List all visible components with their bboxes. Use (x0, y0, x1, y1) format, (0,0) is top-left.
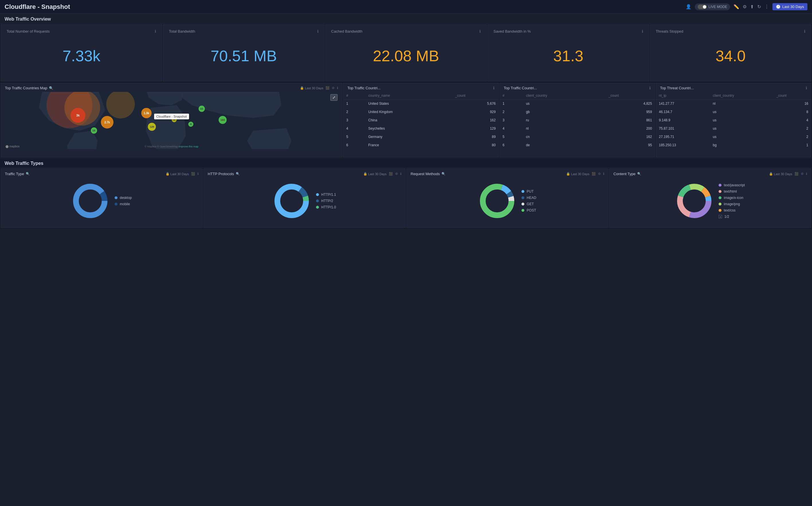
legend-item-desktop: desktop (115, 196, 132, 200)
table-row: 9.148.9us4 (656, 116, 811, 124)
col-num2: # (500, 92, 523, 100)
row-threat-country: us (710, 124, 773, 133)
row-country-name: Seychelles (365, 124, 452, 133)
map-dot-4[interactable]: 4 (172, 117, 177, 122)
legend-dot-post (522, 209, 524, 212)
search-icon-chart2[interactable]: 🔍 (236, 172, 240, 176)
table-row: 185.250.13bg1 (656, 141, 811, 149)
col-num: # (343, 92, 365, 100)
table-row: 1us4,825 (500, 100, 655, 108)
info-icon-c2[interactable]: ℹ (400, 172, 401, 176)
info-icon-c3[interactable]: ℹ (603, 172, 604, 176)
row-num: 5 (500, 133, 523, 141)
metric-saved-bandwidth: Saved Bandwidth in % ℹ 31.3 (487, 24, 649, 82)
col-count2: _count (606, 92, 655, 100)
row-threat-country: us (710, 108, 773, 116)
info-icon-requests[interactable]: ℹ (155, 29, 156, 33)
svg-point-10 (281, 190, 302, 212)
mapbox-credit: © Mapbox © OpenStreetMap Improve this ma… (145, 145, 199, 148)
map-dot-1300[interactable]: 1.3k (141, 108, 151, 118)
row-ip: 27.195.71 (656, 133, 710, 141)
copy-icon[interactable]: ⬛ (326, 86, 330, 90)
col-client-country: client_country (523, 92, 606, 100)
row-count: 861 (606, 116, 655, 124)
chart-traffic-type: Traffic Type 🔍 🔒 Last 30 Days ⬛ ℹ (1, 169, 203, 228)
table-title-countries-ip: Top Traffic Countri... (504, 86, 537, 90)
metric-label-saved: Saved Bandwidth in % ℹ (493, 29, 643, 33)
info-icon-threats[interactable]: ℹ (804, 29, 805, 33)
map-dot-2700[interactable]: 2.7k (101, 116, 114, 129)
map-container[interactable]: 3k 2.7k 1.3k 10 4 6 183 129 18 ⤢ Cloudfl… (3, 92, 340, 149)
map-title: Top Traffic Countries Map 🔍 (5, 86, 53, 90)
live-mode-toggle[interactable]: LIVE MODE (695, 3, 730, 10)
info-icon-c4[interactable]: ℹ (806, 172, 807, 176)
user-icon[interactable]: 👤 (686, 4, 691, 9)
info-icon-saved[interactable]: ℹ (642, 29, 643, 33)
more-icon[interactable]: ⋮ (764, 4, 769, 9)
legend-dot-get (522, 202, 524, 205)
row-client-country: ru (523, 116, 606, 124)
legend-item-http2: HTTP/2 (316, 199, 336, 203)
table-row: 1United States5,676 (343, 100, 498, 108)
copy-icon-c1[interactable]: ⬛ (191, 172, 195, 176)
row-count: 129 (453, 124, 498, 133)
table-row: 2gb959 (500, 108, 655, 116)
chart-request-methods: Request Methods 🔍 🔒 Last 30 Days ⬛ ⚙ ℹ (406, 169, 609, 228)
map-expand-button[interactable]: ⤢ (330, 94, 338, 101)
map-dot-3k[interactable]: 3k (70, 108, 85, 123)
toggle-switch[interactable] (698, 5, 707, 9)
middle-row: Top Traffic Countries Map 🔍 🔒 Last 30 Da… (0, 82, 812, 158)
page-title: Cloudflare - Snapshot (5, 3, 70, 11)
clock-icon: 🕐 (776, 5, 781, 9)
row-country-name: Germany (365, 133, 452, 141)
share-icon[interactable]: ⬆ (750, 4, 754, 9)
legend-dot-desktop (115, 196, 118, 199)
info-icon-map[interactable]: ℹ (337, 86, 338, 90)
row-client-country: gb (523, 108, 606, 116)
chart4-controls: 🔒 Last 30 Days ⬛ ⚙ ℹ (769, 172, 807, 176)
metric-value-threats: 34.0 (656, 36, 805, 76)
map-dot-18[interactable]: 18 (91, 128, 97, 134)
filter-icon[interactable]: ⚙ (743, 4, 747, 9)
time-range-button[interactable]: 🕐 Last 30 Days (772, 3, 807, 10)
map-dot-10[interactable]: 10 (199, 106, 205, 112)
legend-http: HTTP/1.1 HTTP/2 HTTP/1.0 (316, 193, 336, 209)
copy-icon-c3[interactable]: ⬛ (592, 172, 596, 176)
row-threat-country: bg (710, 141, 773, 149)
edit-icon[interactable]: ✏️ (734, 4, 739, 9)
info-icon-bandwidth[interactable]: ℹ (317, 29, 319, 33)
countries-name-table: # country_name _count 1United States5,67… (343, 92, 498, 149)
copy-icon-c2[interactable]: ⬛ (389, 172, 393, 176)
app-header: Cloudflare - Snapshot 👤 LIVE MODE ✏️ ⚙ ⬆… (0, 0, 812, 14)
search-icon-chart3[interactable]: 🔍 (442, 172, 446, 176)
legend-dot-http10 (316, 206, 319, 208)
row-ip: 185.250.13 (656, 141, 710, 149)
table-row: 75.87.101us2 (656, 124, 811, 133)
legend-item-put: PUT (522, 189, 536, 193)
legend-expand-icon[interactable]: ▲ (719, 215, 722, 219)
row-count: 80 (453, 141, 498, 149)
row-ip: 141.27.77 (656, 100, 710, 108)
info-icon-table3[interactable]: ℹ (806, 86, 807, 90)
filter-icon-c2[interactable]: ⚙ (395, 172, 398, 176)
info-icon-c1[interactable]: ℹ (197, 172, 199, 176)
refresh-icon[interactable]: ↻ (757, 4, 761, 9)
search-icon[interactable]: 🔍 (49, 86, 53, 90)
donut-area-traffic-type: desktop mobile (1, 178, 203, 224)
mapbox-logo: ⬤ mapbox (5, 145, 19, 148)
info-icon-table1[interactable]: ℹ (493, 86, 494, 90)
search-icon-chart1[interactable]: 🔍 (26, 172, 30, 176)
info-icon-cached[interactable]: ℹ (479, 29, 481, 33)
filter-icon-c4[interactable]: ⚙ (801, 172, 804, 176)
threats-table: nt_ip client_country _count 141.27.77nl1… (656, 92, 811, 149)
row-country-name: United Kingdom (365, 108, 452, 116)
row-num: 6 (500, 141, 523, 149)
copy-icon-c4[interactable]: ⬛ (795, 172, 799, 176)
info-icon-table2[interactable]: ℹ (649, 86, 651, 90)
filter-icon-c3[interactable]: ⚙ (598, 172, 601, 176)
search-icon-chart4[interactable]: 🔍 (637, 172, 641, 176)
metric-label-bandwidth: Total Bandwidth ℹ (169, 29, 318, 33)
metric-label-cached: Cached Bandwidth ℹ (331, 29, 481, 33)
filter-icon-map[interactable]: ⚙ (332, 86, 335, 90)
chart1-time: 🔒 Last 30 Days (165, 172, 189, 176)
